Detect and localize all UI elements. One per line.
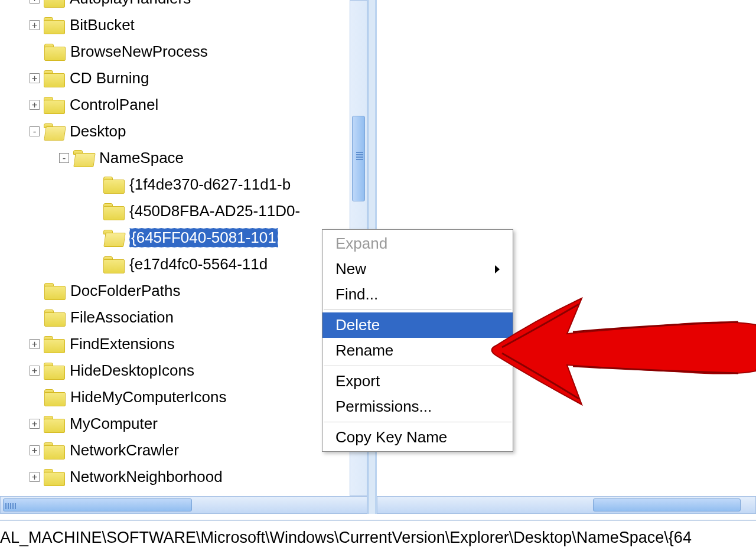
folder-icon bbox=[103, 203, 125, 220]
menu-item-label: Export bbox=[335, 372, 380, 390]
folder-icon bbox=[44, 469, 65, 485]
tree-row[interactable]: +CD Burning bbox=[0, 65, 367, 92]
folder-icon bbox=[44, 17, 65, 34]
menu-item-export[interactable]: Export bbox=[322, 369, 513, 394]
horizontal-scrollbar-right[interactable] bbox=[377, 496, 756, 514]
menu-item-delete[interactable]: Delete bbox=[322, 312, 513, 338]
menu-item-label: Rename bbox=[335, 341, 393, 360]
folder-icon bbox=[44, 416, 65, 432]
folder-open-icon bbox=[103, 230, 125, 246]
tree-item-label[interactable]: {645FF040-5081-101 bbox=[129, 228, 278, 247]
folder-icon bbox=[44, 389, 66, 406]
tree-item-label[interactable]: BitBucket bbox=[70, 16, 135, 34]
tree-row[interactable]: HideMyComputerIcons bbox=[0, 384, 367, 410]
menu-item-label: Delete bbox=[335, 316, 380, 334]
tree-item-label[interactable]: MyComputer bbox=[70, 415, 158, 433]
tree-item-label[interactable]: NetworkNeighborhood bbox=[70, 468, 223, 486]
menu-item-rename[interactable]: Rename bbox=[322, 338, 513, 363]
expand-icon[interactable]: + bbox=[30, 339, 40, 349]
menu-item-permissions[interactable]: Permissions... bbox=[322, 394, 513, 419]
tree-item-label[interactable]: {450D8FBA-AD25-11D0- bbox=[129, 202, 300, 220]
tree-row[interactable]: {1f4de370-d627-11d1-b bbox=[0, 171, 367, 198]
expand-icon[interactable]: + bbox=[30, 419, 40, 429]
tree-row[interactable]: +NetworkCrawler bbox=[0, 437, 367, 464]
menu-item-new[interactable]: New bbox=[322, 256, 513, 282]
tree-panel: +AutoplayHandlers+BitBucketBrowseNewProc… bbox=[0, 0, 369, 514]
menu-separator bbox=[324, 422, 511, 422]
tree-item-label[interactable]: NetworkCrawler bbox=[70, 441, 179, 460]
expand-icon[interactable]: + bbox=[30, 0, 40, 4]
tree-item-label[interactable]: BrowseNewProcess bbox=[70, 43, 208, 61]
folder-icon bbox=[44, 336, 65, 353]
folder-icon bbox=[44, 97, 65, 113]
menu-item-find[interactable]: Find... bbox=[322, 282, 513, 307]
menu-item-label: Permissions... bbox=[335, 397, 432, 416]
tree-row[interactable]: DocFolderPaths bbox=[0, 278, 367, 304]
folder-icon bbox=[103, 177, 125, 193]
menu-item-label: Expand bbox=[335, 234, 387, 253]
folder-icon bbox=[44, 44, 66, 60]
expand-icon[interactable]: + bbox=[30, 472, 40, 482]
tree-item-label[interactable]: AutoplayHandlers bbox=[70, 0, 191, 8]
horizontal-scrollbar-left[interactable] bbox=[0, 496, 367, 514]
folder-icon bbox=[44, 363, 65, 379]
folder-icon bbox=[44, 442, 65, 459]
tree-row[interactable]: -NameSpace bbox=[0, 145, 367, 171]
tree-item-label[interactable]: Desktop bbox=[70, 122, 126, 141]
folder-icon bbox=[44, 70, 65, 87]
menu-item-expand: Expand bbox=[322, 231, 513, 256]
tree-item-label[interactable]: ControlPanel bbox=[70, 96, 158, 114]
tree-row[interactable]: +AutoplayHandlers bbox=[0, 0, 367, 12]
status-bar-text: AL_MACHINE\SOFTWARE\Microsoft\Windows\Cu… bbox=[0, 529, 692, 547]
folder-open-icon bbox=[73, 150, 94, 167]
horizontal-scrollbar-thumb-right[interactable] bbox=[593, 498, 741, 511]
tree-content: +AutoplayHandlers+BitBucketBrowseNewProc… bbox=[0, 0, 367, 496]
folder-icon bbox=[44, 0, 65, 7]
tree-row[interactable]: -Desktop bbox=[0, 118, 367, 145]
horizontal-scrollbar-thumb-left[interactable] bbox=[3, 498, 192, 511]
tree-row[interactable]: +FindExtensions bbox=[0, 331, 367, 357]
status-bar: AL_MACHINE\SOFTWARE\Microsoft\Windows\Cu… bbox=[0, 520, 756, 554]
tree-row[interactable]: {645FF040-5081-101 bbox=[0, 224, 367, 251]
expand-icon[interactable]: + bbox=[30, 445, 40, 455]
tree-item-label[interactable]: DocFolderPaths bbox=[70, 282, 180, 300]
vertical-scrollbar-thumb[interactable] bbox=[352, 116, 365, 201]
expand-icon[interactable]: + bbox=[30, 100, 40, 110]
folder-open-icon bbox=[44, 123, 65, 140]
tree-row[interactable]: +BitBucket bbox=[0, 12, 367, 38]
tree-row[interactable]: FileAssociation bbox=[0, 304, 367, 331]
tree-row[interactable]: BrowseNewProcess bbox=[0, 38, 367, 65]
tree-item-label[interactable]: NameSpace bbox=[99, 149, 184, 167]
tree-item-label[interactable]: {1f4de370-d627-11d1-b bbox=[129, 175, 291, 194]
folder-icon bbox=[103, 256, 125, 273]
tree-row[interactable]: {e17d4fc0-5564-11d bbox=[0, 251, 367, 278]
expand-icon[interactable]: + bbox=[30, 73, 40, 83]
tree-row[interactable]: +NetworkNeighborhood bbox=[0, 464, 367, 490]
menu-item-label: Find... bbox=[335, 285, 378, 304]
tree-row[interactable]: +MyComputer bbox=[0, 410, 367, 437]
tree-row[interactable]: +ControlPanel bbox=[0, 92, 367, 118]
folder-icon bbox=[44, 309, 66, 326]
tree-row[interactable]: {450D8FBA-AD25-11D0- bbox=[0, 198, 367, 224]
tree-item-label[interactable]: FindExtensions bbox=[70, 335, 175, 353]
expand-icon[interactable]: + bbox=[30, 20, 40, 30]
folder-icon bbox=[44, 283, 66, 299]
menu-separator bbox=[324, 309, 511, 310]
collapse-icon[interactable]: - bbox=[59, 153, 69, 163]
menu-item-label: New bbox=[335, 260, 366, 278]
tree-item-label[interactable]: {e17d4fc0-5564-11d bbox=[129, 255, 268, 273]
context-menu: ExpandNewFind...DeleteRenameExportPermis… bbox=[322, 229, 513, 452]
collapse-icon[interactable]: - bbox=[30, 126, 40, 136]
tree-item-label[interactable]: CD Burning bbox=[70, 69, 149, 87]
tree-item-label[interactable]: HideMyComputerIcons bbox=[70, 388, 226, 406]
submenu-arrow-icon bbox=[495, 265, 500, 273]
expand-icon[interactable]: + bbox=[30, 366, 40, 376]
tree-item-label[interactable]: HideDesktopIcons bbox=[70, 361, 194, 380]
menu-separator bbox=[324, 366, 511, 366]
tree-item-label[interactable]: FileAssociation bbox=[70, 308, 174, 327]
tree-row[interactable]: +HideDesktopIcons bbox=[0, 357, 367, 384]
menu-item-label: Copy Key Name bbox=[335, 428, 447, 447]
menu-item-copy-key-name[interactable]: Copy Key Name bbox=[322, 425, 513, 450]
